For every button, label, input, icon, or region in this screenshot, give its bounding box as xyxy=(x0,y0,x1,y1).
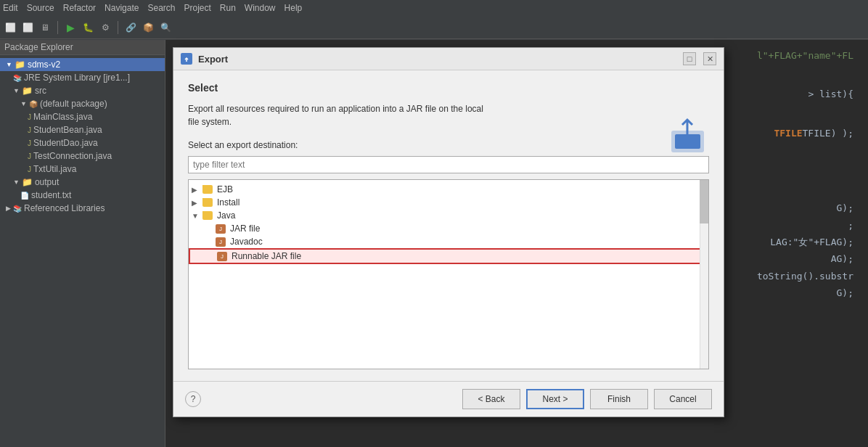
java-file-icon-3: J xyxy=(28,139,31,147)
toolbar: ⬜ ⬜ 🖥 ▶ 🐛 ⚙ 🔗 📦 🔍 xyxy=(0,16,868,39)
java-file-icon: J xyxy=(28,113,31,121)
toolbar-run[interactable]: ▶ xyxy=(63,20,78,35)
output-expand-icon: ▼ xyxy=(13,179,20,186)
install-arrow: ▶ xyxy=(192,199,200,207)
dialog-description: Export all resources required to run an … xyxy=(188,102,709,128)
finish-button[interactable]: Finish xyxy=(590,389,648,409)
menu-help[interactable]: Help xyxy=(284,3,303,13)
src-folder-icon: 📁 xyxy=(22,86,33,96)
dialog-title: Export xyxy=(198,54,676,65)
javadoc-label: Javadoc xyxy=(230,237,263,247)
jar-file-label: JAR file xyxy=(230,224,260,234)
project-icon: 📁 xyxy=(15,60,25,70)
close-button[interactable]: ✕ xyxy=(703,52,716,65)
toolbar-icon-8[interactable]: 🔍 xyxy=(158,20,173,35)
filter-input[interactable] xyxy=(188,156,709,173)
javadoc-icon: J xyxy=(216,237,226,247)
tree-node-reflibs[interactable]: ▶ 📚 Referenced Libraries xyxy=(0,202,165,215)
code-line-4: G); xyxy=(757,200,853,216)
tree-node-default-package[interactable]: ▼ 📦 (default package) xyxy=(0,97,165,110)
ejb-folder-icon xyxy=(202,185,213,194)
package-explorer-header: Package Explorer xyxy=(0,40,165,55)
tree-node-output[interactable]: ▼ 📁 output xyxy=(0,176,165,189)
help-button[interactable]: ? xyxy=(185,391,201,407)
menu-window[interactable]: Window xyxy=(245,3,276,13)
tree-scrollbar-track[interactable] xyxy=(700,180,708,369)
java-file-icon-2: J xyxy=(28,126,31,134)
dialog-section-title: Select xyxy=(188,82,709,94)
runnable-jar-icon: J xyxy=(217,252,227,261)
dialog-title-icon xyxy=(181,53,192,65)
dialog-titlebar: Export □ ✕ xyxy=(173,48,724,70)
minimize-button[interactable]: □ xyxy=(683,52,696,65)
tree-ejb[interactable]: ▶ EJB xyxy=(189,183,708,196)
ejb-label: EJB xyxy=(217,184,233,194)
export-tree: ▶ EJB ▶ Install ▼ Java xyxy=(189,180,708,267)
txt-file-icon: 📄 xyxy=(20,192,29,200)
package-explorer-panel: Package Explorer ▼ 📁 sdms-v2 📚 JRE Syste… xyxy=(0,40,165,447)
output-folder-icon: 📁 xyxy=(22,177,33,187)
install-folder-icon xyxy=(202,198,213,207)
package-icon: 📦 xyxy=(29,100,38,108)
tree-javadoc[interactable]: J Javadoc xyxy=(189,235,708,248)
export-dialog: Export □ ✕ Select Export all resources r… xyxy=(173,47,724,417)
cancel-button[interactable]: Cancel xyxy=(654,389,712,409)
tree-node-txtutil[interactable]: J TxtUtil.java xyxy=(0,163,165,176)
tree-jar-file[interactable]: J JAR file xyxy=(189,222,708,235)
toolbar-icon-3[interactable]: 🖥 xyxy=(38,20,52,35)
toolbar-icon-6[interactable]: 🔗 xyxy=(123,20,138,35)
toolbar-sep-2 xyxy=(118,21,118,34)
java-file-icon-5: J xyxy=(28,165,31,173)
tree-java[interactable]: ▼ Java xyxy=(189,209,708,222)
pkg-expand-icon: ▼ xyxy=(20,100,27,107)
folder-expand-icon: ▼ xyxy=(13,87,20,94)
code-line-5: ; xyxy=(757,217,853,234)
export-tree-container: ▶ EJB ▶ Install ▼ Java xyxy=(188,179,709,369)
code-line-8: toString().substr xyxy=(757,268,853,284)
java-label: Java xyxy=(217,210,235,221)
menu-run[interactable]: Run xyxy=(220,3,236,13)
menu-search[interactable]: Search xyxy=(147,3,175,13)
tree-expand-icon: ▼ xyxy=(6,61,12,68)
ejb-arrow: ▶ xyxy=(192,186,200,194)
reflibs-expand-icon: ▶ xyxy=(6,205,11,212)
tree-node-studentdao[interactable]: J StudentDao.java xyxy=(0,136,165,149)
menu-project[interactable]: Project xyxy=(184,3,210,13)
export-icon-area xyxy=(666,114,709,157)
java-folder-icon xyxy=(202,211,213,220)
library-icon: 📚 xyxy=(13,74,22,82)
tree-node-mainclass[interactable]: J MainClass.java xyxy=(0,110,165,123)
code-line-2: > list){ xyxy=(757,86,853,102)
menu-navigate[interactable]: Navigate xyxy=(105,3,139,13)
tree-scrollbar-thumb[interactable] xyxy=(700,180,708,224)
toolbar-icon-5[interactable]: ⚙ xyxy=(98,20,112,35)
dialog-footer: ? < Back Next > Finish Cancel xyxy=(173,381,724,417)
menu-edit[interactable]: Edit xyxy=(3,3,18,13)
toolbar-debug[interactable]: 🐛 xyxy=(81,20,95,35)
dialog-body: Select Export all resources required to … xyxy=(173,70,724,381)
tree-node-studentbean[interactable]: J StudentBean.java xyxy=(0,123,165,136)
install-label: Install xyxy=(217,197,239,208)
tree-node-src[interactable]: ▼ 📁 src xyxy=(0,84,165,97)
toolbar-icon-7[interactable]: 📦 xyxy=(141,20,155,35)
jar-file-icon: J xyxy=(216,224,226,234)
tree-node-testconn[interactable]: J TestConnection.java xyxy=(0,149,165,163)
tree-node-jre[interactable]: 📚 JRE System Library [jre1...] xyxy=(0,71,165,84)
code-line-9: G); xyxy=(757,284,853,301)
back-button[interactable]: < Back xyxy=(462,389,520,409)
tree-node-sdms[interactable]: ▼ 📁 sdms-v2 xyxy=(0,58,165,71)
menu-bar: Edit Source Refactor Navigate Search Pro… xyxy=(0,0,868,16)
code-line-6: LAG:"女"+FLAG); xyxy=(757,234,853,250)
tree-node-student-txt[interactable]: 📄 student.txt xyxy=(0,189,165,202)
code-line-7: AG); xyxy=(757,250,853,267)
reflibs-icon: 📚 xyxy=(13,205,22,213)
toolbar-icon-2[interactable]: ⬜ xyxy=(20,20,35,35)
runnable-jar-label: Runnable JAR file xyxy=(232,251,301,261)
next-button[interactable]: Next > xyxy=(526,389,584,409)
tree-install[interactable]: ▶ Install xyxy=(189,196,708,209)
toolbar-icon-1[interactable]: ⬜ xyxy=(3,20,17,35)
menu-refactor[interactable]: Refactor xyxy=(63,3,96,13)
tree-runnable-jar[interactable]: J Runnable JAR file xyxy=(189,248,708,264)
java-arrow: ▼ xyxy=(192,212,200,220)
menu-source[interactable]: Source xyxy=(27,3,54,13)
